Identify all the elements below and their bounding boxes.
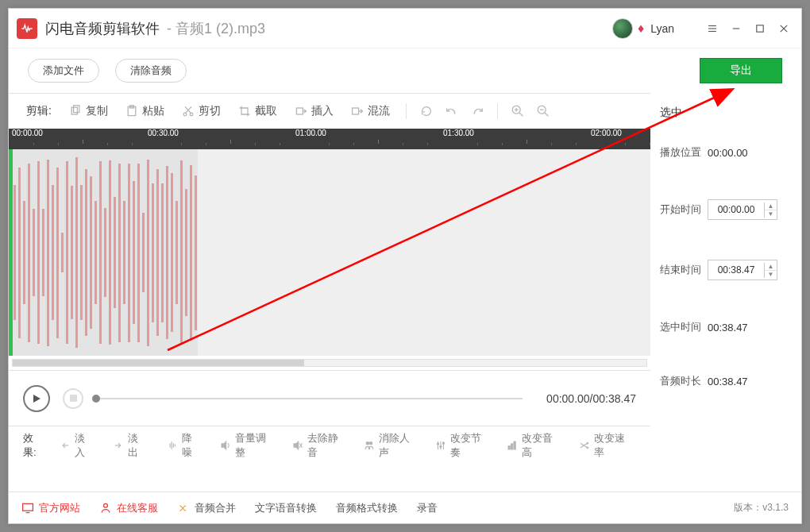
svg-line-24 (545, 113, 549, 117)
mix-button[interactable]: 混流 (345, 101, 396, 121)
paste-button[interactable]: 粘贴 (119, 101, 171, 121)
wave-column: 剪辑: 复制 粘贴 剪切 截取 (9, 93, 650, 492)
zoom-in-button[interactable] (507, 101, 528, 121)
diamond-icon: ♦ (638, 21, 644, 36)
svg-marker-33 (294, 441, 299, 449)
progress-slider[interactable] (96, 398, 523, 399)
svg-rect-45 (511, 443, 513, 449)
username[interactable]: Lyan (650, 22, 674, 35)
end-time-row: 结束时间 00:38.47 ▲▼ (660, 260, 785, 280)
scrollbar-thumb[interactable] (13, 360, 304, 366)
volume-button[interactable]: 音量调整 (214, 430, 277, 461)
ruler-tick: 02:00.00 (591, 129, 622, 137)
minimize-button[interactable] (727, 19, 746, 38)
speed-button[interactable]: 改变速率 (573, 430, 636, 461)
refresh-button[interactable] (416, 101, 437, 121)
selected-time-row: 选中时间 00:38.47 (660, 320, 785, 334)
merge-icon (177, 502, 190, 515)
filebar: 添加文件 清除音频 导出 (9, 48, 801, 93)
duration-row: 音频时长 00:38.47 (660, 374, 785, 388)
monitor-icon (21, 502, 34, 515)
svg-rect-7 (71, 107, 77, 114)
record-link[interactable]: 录音 (417, 501, 438, 515)
play-cursor[interactable] (9, 149, 13, 356)
official-site-link[interactable]: 官方网站 (21, 501, 80, 515)
maximize-button[interactable] (750, 19, 770, 38)
effects-label: 效果: (23, 431, 44, 460)
svg-rect-44 (509, 445, 511, 449)
waveform-canvas[interactable] (9, 149, 650, 356)
effects-bar: 效果: 淡入 淡出 降噪 音量调整 (9, 426, 650, 464)
app-title: 闪电音频剪辑软件 (45, 19, 160, 38)
edit-toolbar: 剪辑: 复制 粘贴 剪切 截取 (9, 94, 650, 129)
remove-silence-button[interactable]: 去除静音 (286, 430, 349, 461)
audio-merge-link[interactable]: 音频合并 (177, 501, 236, 515)
svg-rect-8 (73, 106, 79, 113)
stop-button[interactable] (63, 388, 83, 409)
spin-down-icon[interactable]: ▼ (765, 210, 777, 218)
start-time-spinbox[interactable]: 00:00.00 ▲▼ (708, 199, 777, 220)
play-button[interactable] (23, 385, 50, 412)
export-button[interactable]: 导出 (700, 58, 782, 83)
close-button[interactable] (774, 19, 793, 38)
denoise-button[interactable]: 降噪 (160, 430, 206, 461)
end-time-spinbox[interactable]: 00:38.47 ▲▼ (708, 260, 777, 280)
ruler-tick: 01:00.00 (295, 129, 326, 137)
spin-up-icon[interactable]: ▲ (765, 263, 777, 271)
spin-down-icon[interactable]: ▼ (765, 271, 777, 278)
online-support-link[interactable]: 在线客服 (99, 501, 158, 515)
play-position-row: 播放位置 00:00.00 (660, 145, 785, 160)
cut-button[interactable]: 剪切 (176, 101, 227, 121)
svg-point-42 (440, 445, 442, 447)
svg-rect-15 (296, 108, 303, 114)
tempo-button[interactable]: 改变节奏 (429, 430, 492, 461)
duration-value: 00:38.47 (708, 376, 748, 387)
spin-up-icon[interactable]: ▲ (765, 202, 777, 210)
version-label: 版本：v3.1.3 (734, 501, 789, 515)
menu-button[interactable] (703, 19, 722, 38)
support-icon (99, 502, 112, 515)
toolbar-separator (497, 103, 498, 119)
body-row: 剪辑: 复制 粘贴 剪切 截取 (9, 93, 801, 492)
progress-knob[interactable] (92, 395, 100, 403)
format-convert-link[interactable]: 音频格式转换 (336, 501, 398, 515)
crop-button[interactable]: 截取 (232, 101, 284, 121)
svg-rect-17 (352, 108, 358, 114)
remove-vocal-button[interactable]: 消除人声 (357, 430, 421, 461)
zoom-out-button[interactable] (533, 101, 554, 121)
redo-button[interactable] (467, 101, 488, 121)
svg-rect-47 (23, 503, 33, 511)
svg-marker-26 (33, 395, 40, 403)
app-logo-icon (17, 18, 37, 39)
tts-link[interactable]: 文字语音转换 (255, 501, 317, 515)
titlebar-right: ♦ Lyan (612, 18, 793, 39)
add-file-button[interactable]: 添加文件 (28, 59, 99, 83)
unselected-region (198, 149, 650, 356)
ruler-tick: 00:30.00 (148, 129, 179, 137)
fade-in-button[interactable]: 淡入 (53, 430, 98, 461)
insert-button[interactable]: 插入 (288, 101, 340, 121)
time-ruler[interactable]: 00:00.00 00:30.00 01:00.00 01:30.00 02:0… (9, 129, 650, 149)
undo-button[interactable] (442, 101, 462, 121)
avatar[interactable] (612, 18, 633, 39)
svg-rect-4 (757, 25, 763, 31)
fade-out-button[interactable]: 淡出 (106, 430, 152, 461)
svg-marker-32 (222, 441, 226, 449)
app-window: 闪电音频剪辑软件 - 音频1 (2).mp3 ♦ Lyan 添加文件 清除音频 … (8, 8, 802, 524)
copy-button[interactable]: 复制 (63, 101, 114, 121)
current-file-name: - 音频1 (2).mp3 (163, 19, 265, 38)
player-time: 00:00.00/00:38.47 (546, 392, 636, 405)
pitch-button[interactable]: 改变音高 (500, 430, 564, 461)
start-time-row: 开始时间 00:00.00 ▲▼ (660, 199, 785, 220)
toolbar-separator (406, 103, 407, 119)
waveform-bars (14, 149, 198, 356)
svg-point-36 (366, 441, 368, 444)
play-position-value: 00:00.00 (708, 147, 748, 159)
bottombar: 官方网站 在线客服 音频合并 文字语音转换 音频格式转换 录音 版本：v3.1.… (9, 492, 801, 523)
selected-time-value: 00:38.47 (708, 322, 748, 333)
player-bar: 00:00.00/00:38.47 (9, 370, 650, 426)
ruler-tick: 00:00.00 (12, 129, 43, 137)
ruler-tick: 01:30.00 (443, 129, 474, 137)
horizontal-scrollbar[interactable] (9, 356, 650, 370)
clear-audio-button[interactable]: 清除音频 (115, 59, 187, 83)
